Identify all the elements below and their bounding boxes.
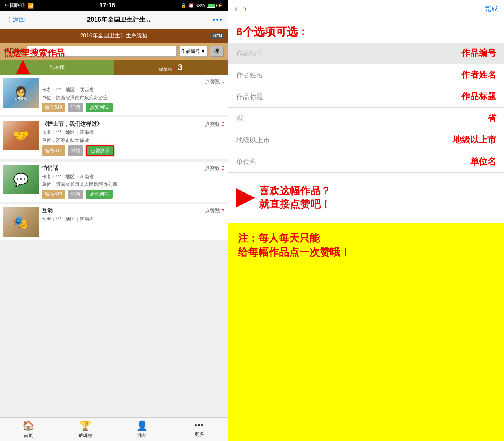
alarm-icon: ⏰ — [188, 3, 194, 8]
status-left: 中国联通 📶 — [5, 2, 34, 9]
wifi-icon: 📶 — [28, 3, 34, 9]
option-left-2: 作者姓名 — [236, 71, 366, 80]
item-detail-button[interactable]: 详情 — [68, 103, 83, 112]
option-right-4: 省 — [366, 112, 496, 124]
charging-icon: ⚡ — [217, 3, 223, 8]
item-actions: 编号518 详情 点赞测试 — [42, 103, 224, 112]
annotation-arrow-up — [16, 60, 30, 74]
content-list: 👩‍⚕️ 点赞数 0 作者：*** 地区：陕西省 单位：陕西省渭南市政府办公室 … — [0, 75, 228, 417]
badge-1: 2 — [173, 64, 177, 73]
option-row-1[interactable]: 作品编号 作品编号 — [228, 43, 504, 64]
search-dropdown[interactable]: 作品编号 ▼ — [179, 46, 208, 57]
heading-text: 6个选项可选： — [236, 26, 309, 38]
item-title: 悄悄话 — [42, 165, 58, 172]
option-row-5[interactable]: 地级以上市 地级以上市 — [228, 129, 504, 151]
like-count: 点赞数 0 — [205, 121, 224, 128]
like-count: 点赞数 1 — [205, 207, 224, 214]
nav-home-label: 首页 — [24, 432, 33, 439]
menu-button[interactable]: MEN — [210, 33, 224, 39]
back-button[interactable]: 〈 返回 — [5, 16, 25, 24]
like-number: 0 — [222, 121, 224, 127]
item-content: 点赞数 0 作者：*** 地区：陕西省 单位：陕西省渭南市政府办公室 编号518… — [42, 78, 224, 112]
item-num-button[interactable]: 编号517 — [42, 145, 65, 156]
status-bar: 中国联通 📶 17:15 🔒 ⏰ 98% ⚡ — [0, 0, 228, 11]
nav-forward-arrow[interactable]: › — [244, 4, 246, 14]
item-thumbnail: 👩‍⚕️ — [3, 78, 39, 108]
more-nav-icon: ••• — [195, 421, 204, 430]
option-left-1: 作品编号 — [236, 49, 366, 58]
option-right-5: 地级以上市 — [366, 134, 496, 146]
item-like-button-highlight[interactable]: 点赞测试 — [86, 145, 114, 156]
nav-more-label: 更多 — [195, 431, 204, 438]
item-content: 《护士节，我们这样过》 点赞数 0 作者：*** 地区：河南省 单位：济源市妇幼… — [42, 121, 224, 156]
item-num-button[interactable]: 编号516 — [42, 190, 65, 199]
item-like-button[interactable]: 点赞测试 — [86, 190, 113, 199]
page-header-title: 2016年全国卫生计生系统摄 — [80, 32, 147, 39]
item-content: 悄悄话 点赞数 0 作者：*** 地区：河南省 单位：河南省长垣县人民医院办公室… — [42, 165, 224, 199]
option-right-2: 作者姓名 — [366, 69, 496, 81]
item-title: 《护士节，我们这样过》 — [42, 121, 102, 128]
notice-text: 注：每人每天只能给每幅作品点一次赞哦！ — [238, 231, 495, 260]
item-title-row: 悄悄话 点赞数 0 — [42, 165, 224, 172]
nav-mine[interactable]: 👤 我的 — [114, 418, 171, 441]
list-item: 🤝 《护士节，我们这样过》 点赞数 0 作者：*** 地区：河南省 单位：济源市… — [0, 117, 228, 159]
item-title-row: 《护士节，我们这样过》 点赞数 0 — [42, 121, 224, 128]
item-unit: 单位：河南省长垣县人民医院办公室 — [42, 181, 224, 188]
item-num-button[interactable]: 编号518 — [42, 103, 65, 112]
item-unit: 单位：济源市妇幼保健 — [42, 137, 224, 144]
like-annotation-text: 喜欢这幅作品？就直接点赞吧！ — [259, 184, 331, 211]
item-author: 作者：*** 地区：陕西省 — [42, 87, 224, 93]
item-actions: 编号516 详情 点赞测试 — [42, 190, 224, 199]
option-left-4: 省 — [236, 114, 366, 123]
more-button[interactable]: ••• — [212, 15, 223, 24]
status-time: 17:15 — [99, 2, 115, 9]
item-detail-button[interactable]: 详情 — [68, 145, 83, 156]
search-annotation: 点这里搜索作品 — [4, 48, 65, 74]
right-arrow-icon — [236, 188, 255, 207]
nav-home[interactable]: 🏠 首页 — [0, 418, 57, 441]
nav-rank[interactable]: 🏆 琅琊榜 — [57, 418, 114, 441]
option-row-6[interactable]: 单位名 单位名 — [228, 151, 504, 173]
option-row-4[interactable]: 省 省 — [228, 108, 504, 129]
rank-icon: 🏆 — [80, 420, 91, 431]
media-label: 媒体榜 — [159, 67, 172, 73]
list-item: 🎭 互动 点赞数 1 作者：*** 地区：河南省 — [0, 204, 228, 240]
like-number: 0 — [222, 165, 224, 171]
nav-rank-label: 琅琊榜 — [78, 432, 93, 439]
annotation-search-text: 点这里搜索作品 — [4, 48, 65, 58]
search-button[interactable]: 搜 — [210, 46, 224, 57]
home-icon: 🏠 — [22, 420, 34, 431]
item-title: 互动 — [42, 207, 53, 214]
item-like-button[interactable]: 点赞测试 — [86, 103, 113, 112]
right-nav: ‹ › 完成 — [228, 0, 504, 18]
list-item: 👩‍⚕️ 点赞数 0 作者：*** 地区：陕西省 单位：陕西省渭南市政府办公室 … — [0, 75, 228, 115]
mine-icon: 👤 — [136, 420, 148, 431]
option-left-6: 单位名 — [236, 157, 366, 166]
battery-icon — [207, 4, 215, 8]
nav-bar: 〈 返回 2016年全国卫生计生... ••• — [0, 11, 228, 29]
option-right-1: 作品编号 — [366, 47, 496, 59]
item-title-row: 点赞数 0 — [42, 78, 224, 85]
nav-arrows: ‹ › — [235, 4, 247, 14]
done-button[interactable]: 完成 — [484, 4, 498, 13]
item-detail-button[interactable]: 详情 — [68, 190, 83, 199]
like-number: 0 — [222, 78, 224, 84]
item-title-row: 互动 点赞数 1 — [42, 207, 224, 214]
badge-3: 3 — [178, 62, 182, 73]
dropdown-label: 作品编号 — [181, 48, 200, 55]
option-row-3[interactable]: 作品标题 作品标题 — [228, 86, 504, 108]
status-right: 🔒 ⏰ 98% ⚡ — [181, 3, 223, 8]
item-unit: 单位：陕西省渭南市政府办公室 — [42, 95, 224, 101]
tab-mediabang[interactable]: 媒体榜 2 3 — [114, 60, 228, 75]
like-count: 点赞数 0 — [205, 78, 224, 85]
item-thumbnail: 💬 — [3, 165, 39, 194]
right-panel: ‹ › 完成 6个选项可选： 作品编号 作品编号 作者姓名 作者姓名 作品标题 … — [228, 0, 504, 441]
nav-more[interactable]: ••• 更多 — [171, 418, 228, 441]
option-right-6: 单位名 — [366, 156, 496, 167]
item-content: 互动 点赞数 1 作者：*** 地区：河南省 — [42, 207, 224, 237]
battery-pct: 98% — [196, 3, 205, 8]
option-right-3: 作品标题 — [366, 91, 496, 102]
option-row-2[interactable]: 作者姓名 作者姓名 — [228, 64, 504, 86]
item-author: 作者：*** 地区：河南省 — [42, 216, 224, 223]
nav-back-arrow[interactable]: ‹ — [235, 4, 237, 14]
